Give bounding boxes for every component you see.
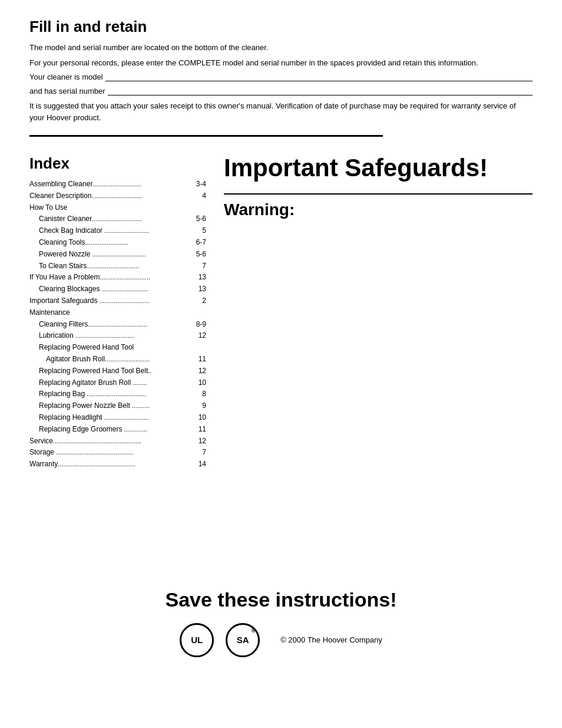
index-clean-stairs: To Clean Stairs.........................… bbox=[29, 261, 206, 272]
index-power-nozzle-belt: Replacing Power Nozzle Belt .......... 9 bbox=[29, 400, 206, 412]
model-line: Your cleaner is model bbox=[29, 72, 533, 81]
index-page: 5 bbox=[202, 225, 206, 237]
index-label: How To Use bbox=[29, 202, 206, 214]
index-warranty: Warranty................................… bbox=[29, 459, 206, 470]
index-replacing-powered: Replacing Powered Hand Tool bbox=[29, 342, 206, 354]
index-service: Service.................................… bbox=[29, 436, 206, 447]
index-label: To Clean Stairs.........................… bbox=[39, 261, 202, 272]
fill-in-para1: The model and serial number are located … bbox=[29, 42, 533, 54]
index-title: Index bbox=[29, 154, 206, 173]
index-lubrication: Lubrication ............................… bbox=[29, 330, 206, 342]
index-replacing-headlight: Replacing Headlight ....................… bbox=[29, 412, 206, 424]
index-label: Replacing Power Nozzle Belt .......... bbox=[39, 400, 202, 412]
index-label: Powered Nozzle .........................… bbox=[39, 249, 196, 261]
index-page: 10 bbox=[199, 412, 206, 424]
index-label: Check Bag Indicator ....................… bbox=[39, 225, 202, 237]
index-page: 5-6 bbox=[196, 249, 206, 261]
index-page: 7 bbox=[202, 447, 206, 459]
save-instructions-title: Save these instructions! bbox=[29, 588, 533, 611]
main-layout: Index Assembling Cleaner................… bbox=[29, 154, 533, 470]
index-important-safeguards: Important Safeguards ...................… bbox=[29, 295, 206, 307]
index-label: Replacing Powered Hand Tool Belt.. bbox=[39, 365, 199, 377]
serial-line: and has serial number bbox=[29, 86, 533, 95]
index-section: Index Assembling Cleaner................… bbox=[29, 154, 206, 470]
index-label: Assembling Cleaner......................… bbox=[29, 179, 196, 190]
ul-label: UL bbox=[191, 635, 203, 645]
model-input-line bbox=[105, 72, 533, 81]
index-assembling: Assembling Cleaner......................… bbox=[29, 179, 206, 190]
serial-label: and has serial number bbox=[29, 87, 105, 95]
index-if-problem: If You Have a Problem...................… bbox=[29, 272, 206, 284]
index-replacing-agitator: Replacing Agitator Brush Roll ........ 1… bbox=[29, 377, 206, 389]
index-label: Replacing Edge Groomers ............. bbox=[39, 424, 199, 436]
index-label: Important Safeguards ...................… bbox=[29, 295, 202, 307]
safeguards-section: Important Safeguards! Warning: bbox=[224, 154, 533, 470]
index-page: 3-4 bbox=[196, 179, 206, 190]
index-label: Agitator Brush Roll.....................… bbox=[46, 354, 199, 365]
index-powered-nozzle: Powered Nozzle .........................… bbox=[29, 249, 206, 261]
ul-logo: UL bbox=[180, 623, 214, 657]
section-divider bbox=[29, 135, 383, 137]
index-cleaning-tools: Cleaning Tools........................ 6… bbox=[29, 237, 206, 249]
index-label: Cleaner Description.....................… bbox=[29, 190, 202, 202]
index-page: 11 bbox=[199, 424, 206, 436]
index-replacing-belt: Replacing Powered Hand Tool Belt.. 12 bbox=[29, 365, 206, 377]
registered-icon: ® bbox=[252, 627, 256, 634]
index-page: 12 bbox=[199, 436, 206, 447]
index-label: Lubrication ............................… bbox=[39, 330, 199, 342]
index-page: 2 bbox=[202, 295, 206, 307]
index-table: Assembling Cleaner......................… bbox=[29, 179, 206, 470]
index-page: 11 bbox=[199, 354, 206, 365]
index-page: 9 bbox=[202, 400, 206, 412]
index-page: 5-6 bbox=[196, 213, 206, 225]
copyright-text: © 2000 The Hoover Company bbox=[280, 635, 382, 644]
index-page: 13 bbox=[199, 284, 206, 295]
logo-row: UL SA ® © 2000 The Hoover Company bbox=[29, 623, 533, 657]
index-label: Cleaning Tools........................ bbox=[39, 237, 196, 249]
index-label: Cleaning Filters........................… bbox=[39, 319, 196, 331]
index-label: Replacing Agitator Brush Roll ........ bbox=[39, 377, 199, 389]
index-check-bag: Check Bag Indicator ....................… bbox=[29, 225, 206, 237]
index-label: Warranty................................… bbox=[29, 459, 199, 470]
index-label: Storage ................................… bbox=[29, 447, 202, 459]
index-label: Replacing Powered Hand Tool bbox=[39, 342, 206, 354]
index-page: 8-9 bbox=[196, 319, 206, 331]
index-page: 14 bbox=[199, 459, 206, 470]
index-how-to-use: How To Use bbox=[29, 202, 206, 214]
sa-logo: SA ® bbox=[226, 623, 260, 657]
index-edge-groomers: Replacing Edge Groomers ............. 11 bbox=[29, 424, 206, 436]
bottom-section: Save these instructions! UL SA ® © 2000 … bbox=[29, 588, 533, 657]
index-page: 6-7 bbox=[196, 237, 206, 249]
index-page: 10 bbox=[199, 377, 206, 389]
index-replacing-bag: Replacing Bag ..........................… bbox=[29, 388, 206, 400]
fill-in-section: Fill in and retain The model and serial … bbox=[29, 18, 533, 123]
index-cleaner-desc: Cleaner Description.....................… bbox=[29, 190, 206, 202]
right-divider bbox=[224, 193, 533, 195]
index-canister: Canister Cleaner........................… bbox=[29, 213, 206, 225]
fill-in-para2: For your personal records, please enter … bbox=[29, 57, 533, 69]
fill-in-title: Fill in and retain bbox=[29, 18, 533, 36]
index-label: If You Have a Problem...................… bbox=[29, 272, 199, 284]
index-cleaning-filters: Cleaning Filters........................… bbox=[29, 319, 206, 331]
index-page: 7 bbox=[202, 261, 206, 272]
index-maintenance: Maintenance bbox=[29, 307, 206, 319]
safeguards-title: Important Safeguards! bbox=[224, 154, 533, 182]
fill-in-para3: It is suggested that you attach your sal… bbox=[29, 100, 533, 123]
index-label: Service.................................… bbox=[29, 436, 199, 447]
index-label: Replacing Bag ..........................… bbox=[39, 388, 202, 400]
sa-label: SA bbox=[237, 635, 249, 645]
index-page: 8 bbox=[202, 388, 206, 400]
index-page: 13 bbox=[199, 272, 206, 284]
index-page: 4 bbox=[202, 190, 206, 202]
index-label: Replacing Headlight ....................… bbox=[39, 412, 199, 424]
index-label: Clearing Blockages .....................… bbox=[39, 284, 199, 295]
serial-input-line bbox=[108, 86, 533, 95]
model-label: Your cleaner is model bbox=[29, 73, 103, 81]
index-clearing: Clearing Blockages .....................… bbox=[29, 284, 206, 295]
index-page: 12 bbox=[199, 365, 206, 377]
index-label: Maintenance bbox=[29, 307, 206, 319]
index-page: 12 bbox=[199, 330, 206, 342]
index-agitator: Agitator Brush Roll.....................… bbox=[29, 354, 206, 365]
warning-title: Warning: bbox=[224, 200, 533, 219]
index-storage: Storage ................................… bbox=[29, 447, 206, 459]
